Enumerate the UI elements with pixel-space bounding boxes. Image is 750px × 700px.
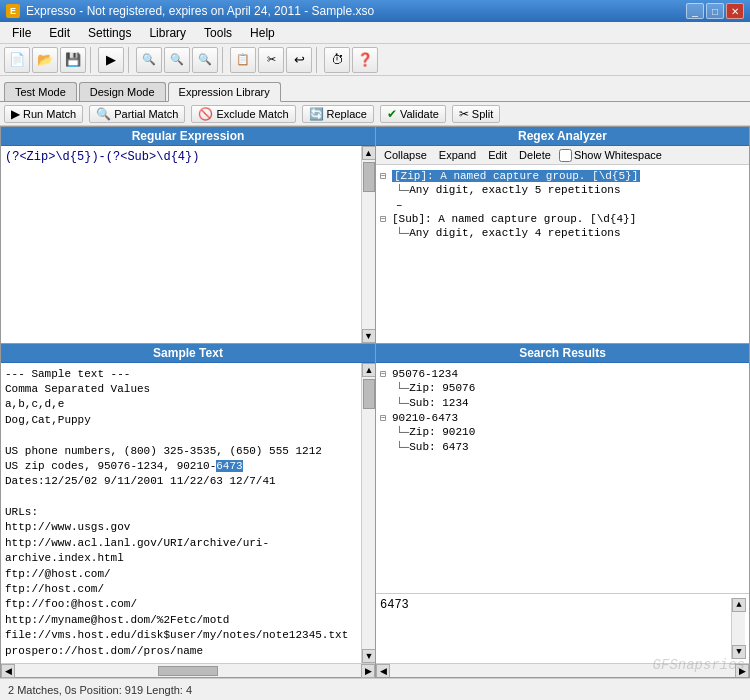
regex-panel-content: (?<Zip>\d{5})-(?<Sub>\d{4}) ▲ ▼ ◀ ▶ bbox=[1, 146, 375, 343]
maximize-button[interactable]: □ bbox=[706, 3, 724, 19]
r2-sub-line: └─ bbox=[396, 441, 409, 454]
sample-panel-content[interactable]: --- Sample text --- Comma Separated Valu… bbox=[1, 363, 375, 663]
sample-hscrollbar[interactable]: ◀ ▶ bbox=[1, 663, 375, 677]
result1-children: └─ Zip: 95076 └─ Sub: 1234 bbox=[396, 381, 745, 411]
sub-children: └─ Any digit, exactly 4 repetitions bbox=[396, 226, 745, 241]
regex-scrollbar[interactable]: ▲ ▼ bbox=[361, 146, 375, 343]
r2-zip-label: Zip: 90210 bbox=[409, 426, 475, 438]
split-icon: ✂ bbox=[459, 107, 469, 121]
scroll-down-arrow[interactable]: ▼ bbox=[362, 329, 376, 343]
status-bar: 2 Matches, 0s Position: 919 Length: 4 bbox=[0, 678, 750, 700]
menu-library[interactable]: Library bbox=[141, 24, 194, 42]
sample-panel: Sample Text --- Sample text --- Comma Se… bbox=[0, 343, 375, 678]
toolbar-help[interactable]: ❓ bbox=[352, 47, 378, 73]
menu-settings[interactable]: Settings bbox=[80, 24, 139, 42]
menu-bar: File Edit Settings Library Tools Help bbox=[0, 22, 750, 44]
partial-match-icon: 🔍 bbox=[96, 107, 111, 121]
results-hscroll-right[interactable]: ▶ bbox=[735, 664, 749, 678]
sample-hscroll-left[interactable]: ◀ bbox=[1, 664, 15, 678]
sample-scroll-down[interactable]: ▼ bbox=[362, 649, 375, 663]
detail-vscrollbar[interactable]: ▲ ▼ bbox=[731, 598, 745, 659]
toolbar-search1[interactable]: 🔍 bbox=[136, 47, 162, 73]
tree-zip-row: ⊟ [Zip]: A named capture group. [\d{5}] bbox=[380, 169, 745, 183]
sub-expand[interactable]: ⊟ bbox=[380, 213, 392, 225]
menu-help[interactable]: Help bbox=[242, 24, 283, 42]
sample-text-area[interactable]: --- Sample text --- Comma Separated Valu… bbox=[1, 363, 361, 663]
toolbar-timer[interactable]: ⏱ bbox=[324, 47, 350, 73]
search-results-panel: Search Results ⊟ 95076-1234 └─ Zip: 9507… bbox=[375, 343, 750, 678]
result1-expand[interactable]: ⊟ bbox=[380, 368, 392, 380]
toolbar-search2[interactable]: 🔍 bbox=[164, 47, 190, 73]
result1-label: 95076-1234 bbox=[392, 368, 458, 380]
toolbar-save[interactable]: 💾 bbox=[60, 47, 86, 73]
toolbar-run[interactable]: ▶ bbox=[98, 47, 124, 73]
sub-child1-line: └─ bbox=[396, 227, 409, 240]
scroll-up-arrow[interactable]: ▲ bbox=[362, 146, 376, 160]
exclude-match-button[interactable]: 🚫 Exclude Match bbox=[191, 105, 295, 123]
toolbar-sep4 bbox=[316, 47, 320, 73]
regex-input[interactable]: (?<Zip>\d{5})-(?<Sub>\d{4}) bbox=[1, 146, 361, 343]
dash-label: – bbox=[396, 199, 403, 211]
app-icon: E bbox=[6, 4, 20, 18]
run-match-button[interactable]: ▶ Run Match bbox=[4, 105, 83, 123]
sample-scroll-thumb[interactable] bbox=[363, 379, 375, 409]
toolbar-search3[interactable]: 🔍 bbox=[192, 47, 218, 73]
sub-label: [Sub]: A named capture group. [\d{4}] bbox=[392, 213, 636, 225]
toolbar-open[interactable]: 📂 bbox=[32, 47, 58, 73]
detail-scroll-up[interactable]: ▲ bbox=[732, 598, 746, 612]
tab-design-mode[interactable]: Design Mode bbox=[79, 82, 166, 101]
sample-vscrollbar[interactable]: ▲ ▼ bbox=[361, 363, 375, 663]
menu-edit[interactable]: Edit bbox=[41, 24, 78, 42]
results-hscroll-left[interactable]: ◀ bbox=[376, 664, 390, 678]
sample-hscroll-thumb[interactable] bbox=[158, 666, 218, 676]
search-results-tree: ⊟ 95076-1234 └─ Zip: 95076 └─ Sub: 1234 … bbox=[376, 363, 749, 593]
delete-button[interactable]: Delete bbox=[515, 148, 555, 162]
analyzer-toolbar: Collapse Expand Edit Delete Show Whitesp… bbox=[376, 146, 749, 165]
result2-expand[interactable]: ⊟ bbox=[380, 412, 392, 424]
tab-test-mode[interactable]: Test Mode bbox=[4, 82, 77, 101]
validate-icon: ✔ bbox=[387, 107, 397, 121]
regex-panel-inner: (?<Zip>\d{5})-(?<Sub>\d{4}) ▲ ▼ bbox=[1, 146, 375, 343]
toolbar-copy[interactable]: 📋 bbox=[230, 47, 256, 73]
menu-file[interactable]: File bbox=[4, 24, 39, 42]
menu-tools[interactable]: Tools bbox=[196, 24, 240, 42]
toolbar-cut[interactable]: ✂ bbox=[258, 47, 284, 73]
collapse-button[interactable]: Collapse bbox=[380, 148, 431, 162]
partial-match-button[interactable]: 🔍 Partial Match bbox=[89, 105, 185, 123]
analyzer-tree: ⊟ [Zip]: A named capture group. [\d{5}] … bbox=[376, 165, 749, 343]
edit-button[interactable]: Edit bbox=[484, 148, 511, 162]
validate-button[interactable]: ✔ Validate bbox=[380, 105, 446, 123]
search-results-content: ⊟ 95076-1234 └─ Zip: 95076 └─ Sub: 1234 … bbox=[376, 363, 749, 677]
close-button[interactable]: ✕ bbox=[726, 3, 744, 19]
split-button[interactable]: ✂ Split bbox=[452, 105, 500, 123]
show-whitespace-label[interactable]: Show Whitespace bbox=[559, 149, 662, 162]
replace-label: Replace bbox=[327, 108, 367, 120]
analyzer-panel-header: Regex Analyzer bbox=[376, 127, 749, 146]
replace-icon: 🔄 bbox=[309, 107, 324, 121]
status-text: 2 Matches, 0s Position: 919 Length: 4 bbox=[8, 684, 192, 696]
r1-sub-label: Sub: 1234 bbox=[409, 397, 468, 409]
result2-sub: └─ Sub: 6473 bbox=[396, 440, 745, 455]
scroll-thumb[interactable] bbox=[363, 162, 375, 192]
show-whitespace-text: Show Whitespace bbox=[574, 149, 662, 161]
toolbar-new[interactable]: 📄 bbox=[4, 47, 30, 73]
sample-hscroll-right[interactable]: ▶ bbox=[361, 664, 375, 678]
results-hscrollbar[interactable]: ◀ ▶ bbox=[376, 663, 749, 677]
toolbar-undo[interactable]: ↩ bbox=[286, 47, 312, 73]
show-whitespace-checkbox[interactable] bbox=[559, 149, 572, 162]
result2-row: ⊟ 90210-6473 bbox=[380, 411, 745, 425]
replace-button[interactable]: 🔄 Replace bbox=[302, 105, 374, 123]
highlighted-match: 6473 bbox=[216, 460, 242, 472]
zip-expand[interactable]: ⊟ bbox=[380, 170, 392, 182]
zip-children: └─ Any digit, exactly 5 repetitions bbox=[396, 183, 745, 198]
minimize-button[interactable]: _ bbox=[686, 3, 704, 19]
expand-button[interactable]: Expand bbox=[435, 148, 480, 162]
sub-child1: └─ Any digit, exactly 4 repetitions bbox=[396, 226, 745, 241]
tab-expression-library[interactable]: Expression Library bbox=[168, 82, 281, 102]
toolbar-sep2 bbox=[128, 47, 132, 73]
sample-scroll-up[interactable]: ▲ bbox=[362, 363, 375, 377]
detail-scroll-down[interactable]: ▼ bbox=[732, 645, 746, 659]
title-bar-left: E Expresso - Not registered, expires on … bbox=[6, 4, 374, 18]
analyzer-panel: Regex Analyzer Collapse Expand Edit Dele… bbox=[375, 126, 750, 343]
result-detail-inner: 6473 ▲ ▼ bbox=[380, 598, 745, 659]
